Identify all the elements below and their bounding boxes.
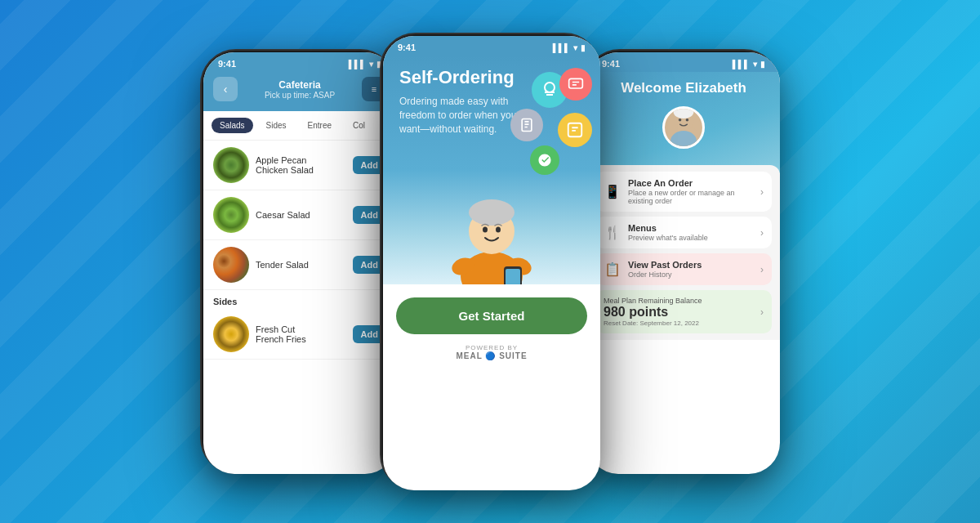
fries-image <box>213 316 249 352</box>
menus-title: Menus <box>628 223 754 233</box>
powered-by-label: POWERED BY MEAL 🔵 SUITE <box>456 344 527 360</box>
status-icons-left: ▌▌▌ ▾ ▮ <box>349 60 381 69</box>
welcome-text: Welcome Elizabeth <box>599 80 768 96</box>
calendar-float-icon <box>558 113 592 147</box>
menu-item-tender: Tender Salad Add <box>203 240 396 290</box>
clipboard-float-icon <box>510 109 543 141</box>
menu-item-fries: Fresh CutFrench Fries Add <box>203 310 396 360</box>
place-order-subtitle: Place a new order or manage an existing … <box>628 189 754 205</box>
battery-icon-c: ▮ <box>581 43 586 52</box>
chevron-right-icon-1: › <box>760 186 764 198</box>
clipboard-icon: 📋 <box>604 262 621 277</box>
place-order-text: Place An Order Place a new order or mana… <box>628 178 754 205</box>
svg-point-17 <box>686 118 689 122</box>
time-center: 9:41 <box>398 42 416 52</box>
tab-sides[interactable]: Sides <box>258 118 295 133</box>
svg-point-11 <box>483 227 488 233</box>
meal-plan-points: 980 points <box>604 305 754 320</box>
status-bar-center: 9:41 ▌▌▌ ▾ ▮ <box>383 36 600 56</box>
phone-right-screen: 9:41 ▌▌▌ ▾ ▮ Welcome Elizabeth <box>587 52 780 474</box>
svg-point-16 <box>679 118 682 122</box>
menus-text: Menus Preview what's available <box>628 223 754 242</box>
place-order-title: Place An Order <box>628 178 754 188</box>
get-started-button[interactable]: Get Started <box>396 297 587 334</box>
signal-icon-r: ▌▌▌ <box>733 60 750 69</box>
place-order-card[interactable]: 📱 Place An Order Place a new order or ma… <box>595 172 772 212</box>
floating-icons <box>502 64 592 162</box>
tab-col[interactable]: Col <box>345 118 373 133</box>
caesar-name: Caesar Salad <box>256 210 346 220</box>
tender-image <box>213 247 249 283</box>
svg-point-6 <box>469 199 514 226</box>
past-orders-text: View Past Orders Order History <box>628 260 754 279</box>
svg-rect-10 <box>506 269 520 284</box>
phone-left-screen: 9:41 ▌▌▌ ▾ ▮ ‹ Cafeteria Pick up time: A… <box>203 52 396 474</box>
phone-order-icon: 📱 <box>604 184 621 199</box>
meal-plan-card[interactable]: Meal Plan Remaining Balance 980 points R… <box>595 290 772 333</box>
right-hero: Welcome Elizabeth <box>587 72 780 173</box>
meal-plan-reset: Reset Date: September 12, 2022 <box>604 320 754 327</box>
caesar-image <box>213 197 249 233</box>
tab-entree[interactable]: Entree <box>300 118 340 133</box>
avatar <box>662 106 705 149</box>
message-float-icon <box>559 68 592 101</box>
meal-plan-text: Meal Plan Remaining Balance 980 points R… <box>604 297 754 327</box>
battery-icon-r: ▮ <box>760 60 765 69</box>
left-header: ‹ Cafeteria Pick up time: ASAP ≡ <box>203 72 396 111</box>
fork-knife-icon: 🍴 <box>604 225 621 240</box>
back-button[interactable]: ‹ <box>213 77 238 101</box>
header-title: Cafeteria Pick up time: ASAP <box>265 79 335 100</box>
time-left: 9:41 <box>218 59 236 69</box>
wifi-icon-c: ▾ <box>573 43 577 52</box>
apple-pecan-name: Apple PecanChicken Salad <box>256 155 346 175</box>
menus-card[interactable]: 🍴 Menus Preview what's available › <box>595 217 772 248</box>
status-icons-right: ▌▌▌ ▾ ▮ <box>733 60 765 69</box>
menus-subtitle: Preview what's available <box>628 234 754 242</box>
phones-container: 9:41 ▌▌▌ ▾ ▮ ‹ Cafeteria Pick up time: A… <box>0 0 980 523</box>
chevron-right-icon-2: › <box>760 227 764 239</box>
category-tabs: Salads Sides Entree Col › <box>203 111 396 141</box>
svg-point-0 <box>545 83 555 92</box>
past-orders-title: View Past Orders <box>628 260 754 270</box>
phone-left: 9:41 ▌▌▌ ▾ ▮ ‹ Cafeteria Pick up time: A… <box>200 49 396 474</box>
apple-pecan-image <box>213 147 249 183</box>
past-orders-card[interactable]: 📋 View Past Orders Order History › <box>595 253 772 285</box>
center-content: Get Started POWERED BY MEAL 🔵 SUITE <box>383 284 600 373</box>
phone-right: 9:41 ▌▌▌ ▾ ▮ Welcome Elizabeth <box>584 49 780 474</box>
center-hero: Self-Ordering Ordering made easy with fr… <box>383 56 600 284</box>
menu-item-caesar: Caesar Salad Add <box>203 190 396 240</box>
sides-section-header: Sides <box>203 290 396 310</box>
right-menu-cards: 📱 Place An Order Place a new order or ma… <box>587 165 780 340</box>
cafeteria-title: Cafeteria <box>265 79 335 91</box>
meal-plan-label: Meal Plan Remaining Balance <box>604 297 754 305</box>
wifi-icon-r: ▾ <box>753 60 757 69</box>
tab-salads[interactable]: Salads <box>212 118 253 133</box>
fries-name: Fresh CutFrench Fries <box>256 324 346 344</box>
signal-icon-c: ▌▌▌ <box>553 43 570 52</box>
menu-items-list: Apple PecanChicken Salad Add Caesar Sala… <box>203 141 396 360</box>
chevron-right-icon-4: › <box>760 306 764 318</box>
character-illustration <box>439 170 545 284</box>
phone-center: 9:41 ▌▌▌ ▾ ▮ Self-Ordering Ordering made… <box>380 33 600 490</box>
wifi-icon: ▾ <box>369 60 373 69</box>
tender-name: Tender Salad <box>256 260 346 270</box>
svg-rect-1 <box>569 78 583 88</box>
status-bar-left: 9:41 ▌▌▌ ▾ ▮ <box>203 52 396 72</box>
phone-center-screen: 9:41 ▌▌▌ ▾ ▮ Self-Ordering Ordering made… <box>383 36 600 490</box>
pickup-subtitle: Pick up time: ASAP <box>265 91 335 100</box>
signal-icon: ▌▌▌ <box>349 60 366 69</box>
past-orders-subtitle: Order History <box>628 270 754 279</box>
time-right: 9:41 <box>602 59 620 69</box>
status-bar-right: 9:41 ▌▌▌ ▾ ▮ <box>587 52 780 72</box>
menu-item-apple-pecan: Apple PecanChicken Salad Add <box>203 141 396 190</box>
status-icons-center: ▌▌▌ ▾ ▮ <box>553 43 586 52</box>
svg-point-12 <box>496 227 501 233</box>
chevron-right-icon-3: › <box>760 264 764 275</box>
